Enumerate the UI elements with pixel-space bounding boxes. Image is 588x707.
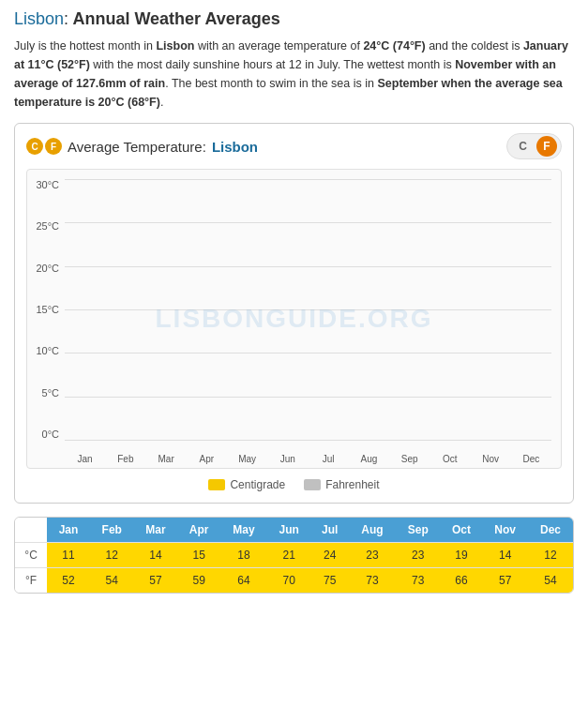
- x-axis-label: May: [227, 454, 267, 464]
- x-axis-label: Mar: [146, 454, 187, 464]
- table-header-month: Dec: [528, 518, 573, 543]
- legend-centigrade: Centigrade: [208, 478, 285, 491]
- celsius-row-label: °C: [15, 543, 47, 568]
- y-label-25: 25°C: [27, 220, 63, 232]
- bars-container: [65, 179, 551, 440]
- legend-label-f: Fahrenheit: [325, 478, 379, 491]
- fahrenheit-value: 57: [482, 568, 528, 594]
- chart-legend: Centigrade Fahrenheit: [26, 478, 562, 491]
- page-wrapper: Lisbon: Annual Weather Averages July is …: [0, 0, 588, 603]
- fahrenheit-value: 73: [396, 568, 441, 594]
- fahrenheit-icon: F: [45, 138, 62, 155]
- table-header-month: Apr: [177, 518, 220, 543]
- legend-label-c: Centigrade: [230, 478, 285, 491]
- legend-fahrenheit: Fahrenheit: [304, 478, 379, 491]
- fahrenheit-value: 73: [349, 568, 396, 594]
- celsius-icon: C: [26, 138, 43, 155]
- city-link[interactable]: Lisbon: [14, 9, 64, 28]
- celsius-value: 21: [267, 543, 311, 568]
- unit-btn-c[interactable]: C: [511, 138, 535, 155]
- x-axis-label: Jul: [309, 454, 349, 464]
- celsius-value: 24: [311, 543, 349, 568]
- temp-icons: C F: [26, 138, 62, 155]
- table-header-month: Oct: [441, 518, 483, 543]
- x-axis-label: Oct: [430, 454, 470, 464]
- y-label-5: 5°C: [27, 387, 63, 399]
- x-axis-label: Jan: [65, 454, 105, 464]
- fahrenheit-value: 54: [528, 568, 573, 594]
- x-axis-label: Aug: [349, 454, 389, 464]
- description-text: July is the hottest month in Lisbon with…: [14, 37, 574, 112]
- title-rest: Annual Weather Averages: [68, 9, 280, 28]
- fahrenheit-value: 57: [134, 568, 178, 594]
- x-axis-label: Nov: [471, 454, 511, 464]
- x-axis-label: Jun: [267, 454, 308, 464]
- x-axis-label: Apr: [187, 454, 227, 464]
- unit-btn-f[interactable]: F: [536, 136, 557, 157]
- table-header-month: Nov: [482, 518, 528, 543]
- celsius-value: 14: [482, 543, 528, 568]
- celsius-value: 18: [220, 543, 267, 568]
- legend-swatch-c: [208, 479, 225, 490]
- chart-card: C F Average Temperature: Lisbon C F LISB…: [14, 123, 574, 504]
- fahrenheit-value: 59: [177, 568, 220, 594]
- chart-header: C F Average Temperature: Lisbon C F: [26, 133, 562, 159]
- grid-line: [65, 440, 551, 441]
- legend-swatch-f: [304, 479, 321, 490]
- table-row-fahrenheit: °F525457596470757373665754: [15, 568, 573, 594]
- chart-area: LISBONGUIDE.ORG 30°C 25°C 20°C 15°C 10°C…: [26, 169, 562, 469]
- fahrenheit-value: 75: [311, 568, 349, 594]
- table-header-month: Aug: [349, 518, 396, 543]
- table-header-month: Jun: [267, 518, 311, 543]
- fahrenheit-value: 54: [90, 568, 134, 594]
- x-axis-label: Sep: [389, 454, 430, 464]
- y-label-10: 10°C: [27, 345, 63, 356]
- y-axis: 30°C 25°C 20°C 15°C 10°C 5°C 0°C: [27, 179, 63, 440]
- celsius-value: 23: [349, 543, 396, 568]
- table-header-month: Sep: [396, 518, 441, 543]
- x-axis-label: Feb: [105, 454, 145, 464]
- chart-title-left: C F Average Temperature: Lisbon: [26, 138, 258, 155]
- table-row-celsius: °C111214151821242323191412: [15, 543, 573, 568]
- celsius-value: 11: [47, 543, 90, 568]
- celsius-value: 12: [90, 543, 134, 568]
- fahrenheit-value: 66: [441, 568, 483, 594]
- y-label-0: 0°C: [27, 429, 63, 440]
- unit-toggle[interactable]: C F: [506, 133, 562, 159]
- fahrenheit-value: 64: [220, 568, 267, 594]
- celsius-value: 15: [177, 543, 220, 568]
- table-header-month: Jul: [311, 518, 349, 543]
- celsius-value: 14: [134, 543, 178, 568]
- y-label-20: 20°C: [27, 263, 63, 274]
- page-title: Lisbon: Annual Weather Averages: [14, 9, 574, 29]
- fahrenheit-value: 52: [47, 568, 90, 594]
- table-header-month: Jan: [47, 518, 90, 543]
- table-header-month: May: [220, 518, 267, 543]
- chart-city-name: Lisbon: [212, 139, 258, 155]
- x-axis-label: Dec: [511, 454, 551, 464]
- chart-title-label: Average Temperature:: [68, 139, 206, 155]
- data-table-card: JanFebMarAprMayJunJulAugSepOctNovDec°C11…: [14, 517, 574, 594]
- celsius-value: 12: [528, 543, 573, 568]
- celsius-value: 19: [441, 543, 483, 568]
- table-header-empty: [15, 518, 47, 543]
- data-table: JanFebMarAprMayJunJulAugSepOctNovDec°C11…: [15, 518, 573, 593]
- table-header-month: Mar: [134, 518, 178, 543]
- y-label-15: 15°C: [27, 304, 63, 315]
- y-label-30: 30°C: [27, 179, 63, 190]
- fahrenheit-row-label: °F: [15, 568, 47, 594]
- x-axis-labels: JanFebMarAprMayJunJulAugSepOctNovDec: [65, 454, 551, 464]
- celsius-value: 23: [396, 543, 441, 568]
- table-header-month: Feb: [90, 518, 134, 543]
- fahrenheit-value: 70: [267, 568, 311, 594]
